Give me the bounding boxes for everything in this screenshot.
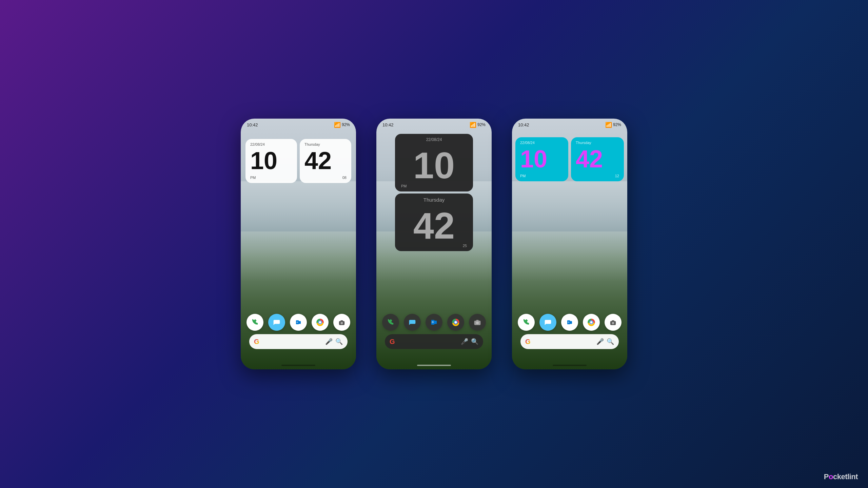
- phone-3-min-day: Thursday: [576, 141, 619, 145]
- phone-3-hour-pm: PM: [520, 174, 526, 178]
- phone-3-content: 10:42 📶 92% 22/08/24 10 PM Thursday 42 1…: [512, 119, 627, 369]
- phone-2-status-bar: 10:42 📶 92%: [376, 119, 492, 131]
- messages-app-phone-2[interactable]: [404, 314, 421, 331]
- svg-rect-26: [569, 321, 572, 324]
- phone-3-min-value: 42: [576, 147, 619, 171]
- phone-1-app-row: O: [246, 314, 350, 331]
- phone-3-min-widget: Thursday 42 12: [571, 137, 624, 181]
- phone-2-hour-pm: PM: [401, 184, 407, 188]
- phone-1-battery: 92%: [342, 122, 350, 127]
- messages-app-phone-3[interactable]: [539, 314, 556, 331]
- phone-1-home-indicator: [281, 365, 315, 366]
- phone-1: 10:42 📶 92% 22/08/24 10 PM Thursday 42 0…: [241, 119, 356, 369]
- phone-1-time: 10:42: [247, 122, 258, 127]
- phone-2-min-widget: Thursday 42 25: [395, 194, 473, 251]
- phone-app-phone-3[interactable]: [518, 314, 535, 331]
- lens-icon-1[interactable]: 🔍: [335, 338, 343, 345]
- phone-2-hour-widget: 22/08/24 10 PM: [395, 134, 473, 191]
- phone-app-phone-2[interactable]: [382, 314, 399, 331]
- svg-text:O: O: [432, 321, 434, 323]
- svg-text:O: O: [568, 321, 570, 323]
- wifi-icon-2: 📶: [470, 122, 476, 128]
- phone-2-min-sec: 25: [463, 244, 467, 248]
- phone-2-widgets: 22/08/24 10 PM Thursday 42 25: [376, 134, 492, 251]
- phone-3-hour-value: 10: [520, 147, 564, 171]
- camera-app-phone-2[interactable]: [469, 314, 486, 331]
- phone-3-app-row: O: [518, 314, 622, 331]
- messages-app-phone-1[interactable]: [268, 314, 285, 331]
- phone-3-time: 10:42: [518, 122, 529, 127]
- lens-icon-3[interactable]: 🔍: [607, 338, 614, 345]
- chrome-app-phone-3[interactable]: [583, 314, 600, 331]
- phone-1-hour-widget: 22/08/24 10 PM: [245, 139, 297, 183]
- phone-2-app-row: O: [382, 314, 486, 331]
- google-logo-2: G: [390, 338, 395, 346]
- phone-3-hour-widget: 22/08/24 10 PM: [515, 137, 568, 181]
- outlook-app-phone-3[interactable]: O: [561, 314, 578, 331]
- svg-text:O: O: [297, 321, 298, 323]
- phone-1-dock: O G 🎤 🔍: [241, 314, 356, 349]
- chrome-app-phone-2[interactable]: [447, 314, 464, 331]
- phone-1-min-sec: 08: [342, 176, 347, 180]
- phone-3-status-bar: 10:42 📶 92%: [512, 119, 627, 131]
- svg-point-11: [341, 322, 343, 324]
- phone-3-home-indicator: [553, 365, 587, 366]
- mic-icon-3[interactable]: 🎤: [596, 338, 604, 345]
- phone-1-content: 10:42 📶 92% 22/08/24 10 PM Thursday 42 0…: [241, 119, 356, 369]
- phone-1-widgets: 22/08/24 10 PM Thursday 42 08: [241, 139, 356, 183]
- phone-2-min-day: Thursday: [423, 197, 445, 203]
- svg-point-33: [612, 322, 614, 324]
- phone-2-min-value: 42: [401, 203, 467, 248]
- phone-1-min-value: 42: [304, 148, 347, 173]
- camera-app-phone-1[interactable]: [333, 314, 350, 331]
- svg-point-8: [319, 321, 321, 324]
- phone-2-hour-date: 22/08/24: [426, 137, 442, 142]
- phone-3: 10:42 📶 92% 22/08/24 10 PM Thursday 42 1…: [512, 119, 627, 369]
- phone-2-home-indicator: [417, 365, 451, 366]
- camera-app-phone-3[interactable]: [605, 314, 622, 331]
- svg-point-18: [455, 321, 457, 324]
- pocketlint-accent: o: [829, 472, 833, 481]
- chrome-app-phone-1[interactable]: [312, 314, 329, 331]
- mic-icon-1[interactable]: 🎤: [325, 338, 333, 345]
- pocketlint-watermark: Pocketlint: [824, 472, 858, 481]
- svg-rect-14: [434, 321, 437, 324]
- wifi-icon-3: 📶: [605, 122, 612, 128]
- phone-2-time: 10:42: [382, 122, 394, 127]
- phone-3-widgets: 22/08/24 10 PM Thursday 42 12: [512, 137, 627, 181]
- phone-2-search-bar[interactable]: G 🎤 🔍: [385, 334, 483, 349]
- svg-rect-34: [612, 320, 614, 322]
- wifi-icon: 📶: [334, 122, 341, 128]
- svg-rect-12: [341, 320, 343, 322]
- outlook-app-phone-2[interactable]: O: [426, 314, 442, 331]
- phone-2-status-icons: 📶 92%: [470, 122, 486, 128]
- phone-2: 10:42 📶 92% 22/08/24 10 PM Thursday 42 2…: [376, 119, 492, 369]
- svg-point-20: [476, 322, 479, 324]
- google-logo-3: G: [525, 338, 531, 346]
- phone-2-content: 10:42 📶 92% 22/08/24 10 PM Thursday 42 2…: [376, 119, 492, 369]
- phone-1-hour-date: 22/08/24: [250, 142, 292, 146]
- phone-2-battery: 92%: [477, 122, 486, 127]
- phones-container: 10:42 📶 92% 22/08/24 10 PM Thursday 42 0…: [241, 119, 627, 369]
- svg-rect-4: [298, 321, 301, 324]
- mic-icon-2[interactable]: 🎤: [461, 338, 468, 345]
- google-logo-1: G: [254, 338, 259, 346]
- outlook-app-phone-1[interactable]: O: [290, 314, 307, 331]
- phone-3-status-icons: 📶 92%: [605, 122, 621, 128]
- phone-1-hour-value: 10: [250, 148, 292, 173]
- phone-2-hour-value: 10: [401, 143, 467, 188]
- phone-1-search-bar[interactable]: G 🎤 🔍: [249, 334, 348, 349]
- phone-3-battery: 92%: [613, 122, 621, 127]
- svg-rect-21: [476, 320, 479, 321]
- phone-3-min-sec: 12: [615, 174, 619, 178]
- phone-2-dock: O G 🎤 🔍: [376, 314, 492, 349]
- phone-3-hour-date: 22/08/24: [520, 141, 564, 145]
- phone-1-min-widget: Thursday 42 08: [300, 139, 351, 183]
- phone-1-min-day: Thursday: [304, 142, 347, 146]
- lens-icon-2[interactable]: 🔍: [471, 338, 478, 345]
- phone-3-search-bar[interactable]: G 🎤 🔍: [520, 334, 619, 349]
- phone-1-status-bar: 10:42 📶 92%: [241, 119, 356, 131]
- phone-1-status-icons: 📶 92%: [334, 122, 350, 128]
- phone-app-phone-1[interactable]: [246, 314, 263, 331]
- svg-point-30: [590, 321, 593, 324]
